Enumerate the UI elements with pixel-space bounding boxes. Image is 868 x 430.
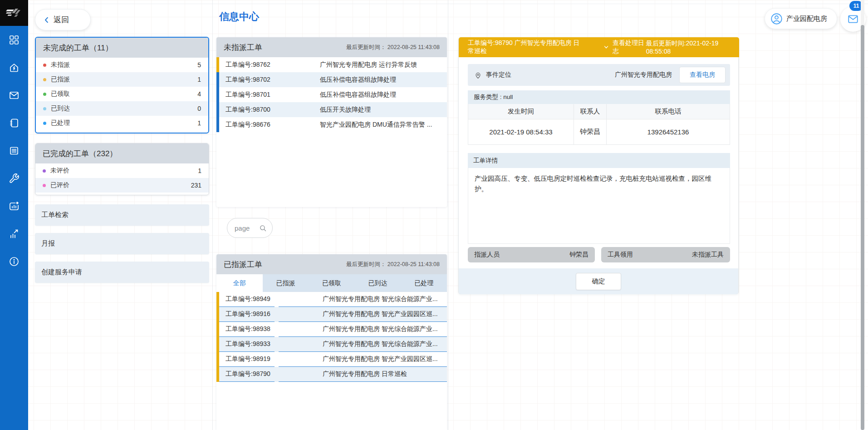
incomplete-orders-title: 未完成的工单（11） [43,43,113,53]
event-location-bar: 事件定位 广州智光专用配电房 查看电房 [468,64,730,86]
user-account-button[interactable]: 产业园配电房 [765,8,837,29]
work-order-row-selected[interactable]: 工单编号:98790 广州智光专用配电房 日常巡检 [216,367,447,382]
order-detail-title: 工单详情 [473,157,498,165]
detail-banner: 工单编号:98790 广州智光专用配电房 日常巡检 查看处理日志 最后更新时间:… [459,37,739,57]
status-item-rated[interactable]: 已评价 231 [35,178,209,193]
page-search-input[interactable]: page [227,218,273,238]
tools-value: 未指派工具 [692,251,724,259]
work-order-desc: 广州智光专用配电房 智光综合能源产业... [279,292,447,307]
col-occur-time: 发生时间 [468,104,574,119]
work-order-detail-panel: 工单编号:98790 广州智光专用配电房 日常巡检 查看处理日志 最后更新时间:… [458,37,739,294]
tab-assigned[interactable]: 已指派 [263,274,309,292]
col-phone: 联系电话 [607,104,730,119]
status-count: 1 [197,76,201,83]
work-order-desc: 低压补偿电容器组故障处理 [320,76,447,84]
trend-chart-icon[interactable] [0,220,28,247]
status-dot [43,107,46,110]
last-updated-label: 最后更新时间： 2022-08-25 11:43:08 [346,44,440,51]
mail-icon [847,13,859,25]
work-order-id: 工单编号:98949 [219,292,275,307]
contact-table-header: 发生时间 联系人 联系电话 [468,104,730,119]
occur-time-value: 2021-02-19 08:54:33 [468,119,574,144]
mail-icon[interactable] [0,81,28,109]
status-label: 已到达 [51,104,70,113]
assignee-value: 钟荣昌 [569,251,588,259]
link-label: 创建服务申请 [41,268,82,277]
link-order-search[interactable]: 工单检索 [35,204,209,226]
middle-column-divider [448,0,448,430]
link-monthly-report[interactable]: 月报 [35,233,209,254]
info-icon[interactable] [0,247,28,275]
phone-value: 13926452136 [607,119,730,144]
link-create-service-request[interactable]: 创建服务申请 [35,262,209,283]
work-order-id: 工单编号:98700 [219,106,320,114]
work-order-desc: 低压补偿电容器组故障处理 [320,91,447,99]
assigned-tabs: 全部 已指派 已领取 已到达 已处理 [216,274,447,292]
status-label: 未指派 [51,61,70,69]
work-order-row[interactable]: 工单编号:98701 低压补偿电容器组故障处理 [216,87,447,102]
order-detail-content: 产业园高压、专变、低压电房定时巡检检查记录，充电桩充电站巡视检查，园区维护。 [468,168,730,244]
completed-orders-list: 未评价 1 已评价 231 [35,163,209,195]
work-order-row[interactable]: 工单编号:98700 低压开关故障处理 [216,102,447,117]
contact-value: 钟荣昌 [574,119,607,144]
work-order-desc: 广州智光专用配电房 日常巡检 [279,367,447,382]
work-order-row[interactable]: 工单编号:98919 广州智光专用配电房 智光产业园园区巡... [216,352,447,367]
tab-processed[interactable]: 已处理 [401,274,447,292]
page-title: 信息中心 [219,10,259,24]
last-updated-label: 最后更新时间： 2022-08-25 11:43:08 [346,261,440,268]
tab-claimed[interactable]: 已领取 [309,274,355,292]
tab-label: 已指派 [276,279,295,287]
work-order-desc: 广州智光专用配电房 运行异常反馈 [320,61,447,69]
status-item-processed[interactable]: 已处理 1 [36,116,208,130]
work-order-row[interactable]: 工单编号:98702 低压补偿电容器组故障处理 [216,72,447,87]
tab-label: 全部 [233,279,246,287]
logo-icon [5,4,24,23]
confirm-button[interactable]: 确定 [576,273,621,290]
status-item-claimed[interactable]: 已领取 4 [36,87,208,101]
view-room-button[interactable]: 查看电房 [679,67,726,83]
work-order-id: 工单编号:98938 [219,322,275,337]
status-dot [43,78,46,81]
status-count: 5 [197,61,201,69]
status-dot [43,64,46,67]
incomplete-orders-header: 未完成的工单（11） [36,38,208,58]
work-order-row[interactable]: 工单编号:98933 广州智光专用配电房 智光综合能源产业... [216,337,447,352]
work-order-row[interactable]: 工单编号:98676 智光产业园配电房 DMU通信异常告警 ... [216,117,447,132]
apps-icon[interactable] [0,26,28,54]
back-button[interactable]: 返回 [35,9,91,30]
tab-all[interactable]: 全部 [216,274,263,292]
notebook-icon[interactable] [0,109,28,137]
tools-field[interactable]: 工具领用 未指派工具 [601,247,730,262]
assignee-label: 指派人员 [474,251,500,259]
work-order-row[interactable]: 工单编号:98938 广州智光专用配电房 智光综合能源产业... [216,322,447,337]
tab-arrived[interactable]: 已到达 [355,274,401,292]
user-icon [770,13,783,25]
status-item-assigned[interactable]: 已指派 1 [36,72,208,87]
work-order-row[interactable]: 工单编号:98916 广州智光专用配电房 智光产业园园区巡... [216,307,447,322]
work-order-row[interactable]: 工单编号:98762 广州智光专用配电房 运行异常反馈 [216,57,447,72]
status-item-arrived[interactable]: 已到达 0 [36,101,208,116]
status-dot [43,184,46,187]
status-count: 231 [191,182,201,189]
status-item-unassigned[interactable]: 未指派 5 [36,58,208,72]
incomplete-orders-card: 未完成的工单（11） 未指派 5 已指派 1 已领取 4 已到达 0 已处理 1 [35,37,209,133]
confirm-label: 确定 [592,277,605,286]
status-label: 未评价 [50,167,69,175]
work-order-desc: 广州智光专用配电房 智光综合能源产业... [279,322,447,337]
status-dot [43,122,46,125]
status-count: 0 [197,105,201,112]
search-icon[interactable] [259,224,267,232]
view-log-link[interactable]: 查看处理日志 [603,39,646,55]
status-item-unrated[interactable]: 未评价 1 [35,163,209,178]
work-order-desc: 低压开关故障处理 [320,106,447,114]
scrollbar-thumb[interactable] [861,25,864,430]
home-icon[interactable] [0,54,28,81]
document-icon[interactable] [0,137,28,164]
work-order-id: 工单编号:98701 [219,91,320,99]
assignee-field[interactable]: 指派人员 钟荣昌 [468,247,595,262]
col-contact: 联系人 [574,104,607,119]
report-chart-icon[interactable] [0,192,28,220]
completed-orders-header: 已完成的工单（232） [35,143,209,163]
wrench-icon[interactable] [0,164,28,192]
work-order-row[interactable]: 工单编号:98949 广州智光专用配电房 智光综合能源产业... [216,292,447,307]
